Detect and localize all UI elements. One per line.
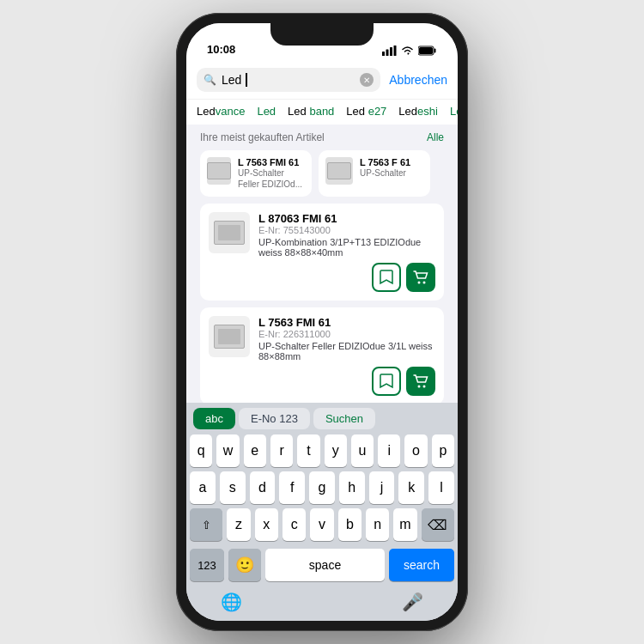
suggestion-ledeshi[interactable]: Ledeshi	[398, 105, 438, 118]
section-all-button[interactable]: Alle	[427, 131, 444, 143]
product-name: L 87063 FMI 61	[258, 212, 435, 225]
space-key[interactable]: space	[265, 549, 385, 581]
list-item[interactable]: L 7563 F 61 UP-Schalter	[319, 150, 430, 197]
key-m[interactable]: m	[393, 508, 416, 541]
search-input-wrap[interactable]: 🔍 Led ✕	[197, 68, 380, 92]
key-l[interactable]: l	[428, 471, 454, 504]
svg-point-8	[423, 282, 426, 284]
suggestion-led-more[interactable]: Led	[450, 105, 458, 118]
suggestion-led-e27[interactable]: Led e27	[346, 105, 386, 118]
key-o[interactable]: o	[404, 434, 427, 467]
svg-rect-2	[390, 47, 392, 56]
status-icons	[382, 46, 437, 56]
keyboard-row-2: a s d f g h j k l	[190, 471, 454, 504]
svg-point-7	[418, 282, 421, 284]
cancel-button[interactable]: Abbrechen	[389, 73, 447, 87]
key-y[interactable]: y	[325, 434, 347, 467]
key-c[interactable]: c	[283, 508, 306, 541]
status-time: 10:08	[207, 43, 235, 56]
cart-button[interactable]	[406, 263, 435, 292]
svg-rect-1	[386, 50, 389, 57]
svg-rect-3	[394, 46, 397, 56]
product-desc-small: UP-Schalter	[360, 167, 410, 179]
key-b[interactable]: b	[338, 508, 361, 541]
num-key[interactable]: 123	[190, 549, 224, 581]
key-i[interactable]: i	[378, 434, 400, 467]
key-r[interactable]: r	[270, 434, 293, 467]
product-enum: E-Nr: 226311000	[258, 329, 435, 339]
product-card-full[interactable]: L 7563 FMI 61 E-Nr: 226311000 UP-Schalte…	[200, 307, 444, 403]
key-u[interactable]: u	[351, 434, 374, 467]
section-header: Ihre meist gekauften Artikel Alle	[186, 125, 458, 147]
key-f[interactable]: f	[279, 471, 305, 504]
product-desc: UP-Schalter Feller EDIZIOdue 3/1L weiss …	[258, 341, 435, 361]
product-actions	[209, 263, 435, 292]
svg-point-10	[423, 386, 426, 388]
suggestion-led[interactable]: Led	[257, 105, 276, 118]
search-bar-row: 🔍 Led ✕ Abbrechen	[186, 61, 458, 99]
product-name: L 7563 FMI 61	[258, 316, 435, 329]
mic-icon[interactable]: 🎤	[402, 592, 423, 612]
keyboard-row-3: ⇧ z x c v b n m ⌫	[190, 508, 454, 541]
bottom-bar: 🌐 🎤	[186, 588, 458, 621]
svg-rect-5	[419, 47, 433, 54]
globe-icon[interactable]: 🌐	[221, 592, 242, 612]
key-d[interactable]: d	[250, 471, 276, 504]
key-p[interactable]: p	[432, 434, 454, 467]
key-x[interactable]: x	[255, 508, 278, 541]
key-k[interactable]: k	[398, 471, 424, 504]
clear-button[interactable]: ✕	[360, 73, 374, 87]
key-s[interactable]: s	[220, 471, 246, 504]
key-v[interactable]: v	[310, 508, 333, 541]
phone-screen: 10:08	[186, 23, 458, 621]
suggestion-led-band[interactable]: Led band	[288, 105, 334, 118]
keyboard-area: abc E-No 123 Suchen q w e r t y u i o p	[186, 403, 458, 621]
keyboard-bottom-row: 123 🙂 space search	[186, 547, 458, 588]
shift-key[interactable]: ⇧	[190, 508, 222, 541]
svg-point-9	[418, 386, 421, 388]
product-image	[209, 316, 250, 357]
tab-abc[interactable]: abc	[193, 408, 235, 429]
delete-key[interactable]: ⌫	[422, 508, 454, 541]
section-title: Ihre meist gekauften Artikel	[200, 131, 325, 143]
products-area: L 7563 FMI 61 UP-Schalter Feller EDIZIOd…	[186, 147, 458, 403]
product-desc-small: UP-Schalter Feller EDIZIOd...	[238, 167, 305, 190]
key-e[interactable]: e	[244, 434, 266, 467]
tab-eno[interactable]: E-No 123	[239, 408, 310, 429]
wifi-icon	[401, 46, 414, 56]
list-item[interactable]: L 7563 FMI 61 UP-Schalter Feller EDIZIOd…	[200, 150, 312, 197]
suggestion-ledvance[interactable]: Ledvance	[197, 105, 245, 118]
svg-rect-0	[382, 52, 385, 56]
cart-button[interactable]	[406, 367, 435, 396]
product-desc: UP-Kombination 3/1P+T13 EDIZIOdue weiss …	[258, 237, 435, 258]
search-text[interactable]: Led	[222, 73, 355, 87]
product-actions	[209, 367, 435, 396]
notch	[270, 23, 374, 46]
key-a[interactable]: a	[190, 471, 216, 504]
key-z[interactable]: z	[227, 508, 250, 541]
keyboard-row-1: q w e r t y u i o p	[190, 434, 454, 467]
signal-icon	[382, 46, 397, 56]
product-image-small	[207, 157, 231, 185]
search-key[interactable]: search	[389, 549, 454, 581]
product-image-small	[325, 157, 353, 185]
keyboard-tabs: abc E-No 123 Suchen	[186, 403, 458, 433]
key-g[interactable]: g	[309, 471, 335, 504]
svg-rect-6	[434, 49, 436, 53]
key-w[interactable]: w	[216, 434, 239, 467]
battery-icon	[418, 46, 437, 56]
product-card-full[interactable]: L 87063 FMI 61 E-Nr: 755143000 UP-Kombin…	[200, 204, 444, 301]
phone-frame: 10:08	[176, 13, 468, 631]
key-h[interactable]: h	[339, 471, 365, 504]
tab-suchen[interactable]: Suchen	[313, 408, 375, 429]
key-n[interactable]: n	[366, 508, 389, 541]
h-scroll-products: L 7563 FMI 61 UP-Schalter Feller EDIZIOd…	[186, 147, 458, 204]
bookmark-button[interactable]	[372, 367, 401, 396]
key-j[interactable]: j	[369, 471, 395, 504]
emoji-key[interactable]: 🙂	[228, 549, 261, 581]
product-name-small: L 7563 F 61	[360, 157, 410, 167]
bookmark-button[interactable]	[372, 263, 401, 292]
product-image	[209, 212, 250, 253]
key-t[interactable]: t	[297, 434, 319, 467]
key-q[interactable]: q	[190, 434, 212, 467]
